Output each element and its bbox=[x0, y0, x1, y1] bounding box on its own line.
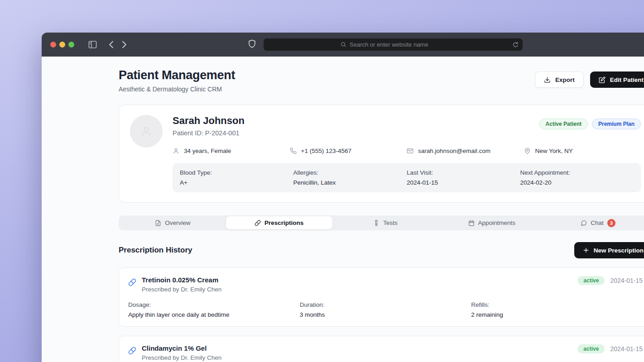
patient-contact-row: 34 years, Female +1 (555) 123-4567 bbox=[173, 148, 641, 154]
patient-id: Patient ID: P-2024-001 bbox=[173, 129, 245, 137]
page-header: Patient Management Aesthetic & Dermatolo… bbox=[119, 68, 644, 93]
download-icon bbox=[544, 76, 551, 83]
tab-overview[interactable]: Overview bbox=[120, 216, 226, 229]
prescription-date: 2024-01-15 bbox=[610, 277, 643, 284]
privacy-shield-icon[interactable] bbox=[249, 39, 255, 50]
edit-patient-button[interactable]: Edit Patient bbox=[590, 71, 644, 88]
pill-icon bbox=[128, 347, 136, 361]
patient-location: New York, NY bbox=[524, 148, 641, 154]
browser-window: Patient Management Aesthetic & Dermatolo… bbox=[42, 33, 644, 362]
page-title: Patient Management bbox=[119, 68, 235, 82]
prescription-name: Clindamycin 1% Gel bbox=[142, 344, 221, 352]
pill-icon bbox=[128, 278, 136, 293]
prescription-card: Clindamycin 1% Gel Prescribed by Dr. Emi… bbox=[119, 336, 644, 362]
stat-blood-type: Blood Type: A+ bbox=[180, 169, 293, 186]
browser-titlebar bbox=[42, 33, 644, 57]
patient-tabs: Overview Prescriptions Tests bbox=[119, 215, 644, 230]
mail-icon bbox=[407, 148, 413, 154]
reload-icon[interactable] bbox=[513, 42, 519, 48]
tab-chat[interactable]: Chat 3 bbox=[545, 216, 644, 229]
status-badge-premium-plan: Premium Plan bbox=[592, 119, 641, 129]
patient-name: Sarah Johnson bbox=[173, 115, 245, 127]
calendar-icon bbox=[468, 220, 475, 226]
patient-summary-card: Sarah Johnson Patient ID: P-2024-001 Act… bbox=[119, 105, 644, 203]
prescription-card: Tretinoin 0.025% Cream Prescribed by Dr.… bbox=[119, 267, 644, 327]
chat-unread-badge: 3 bbox=[607, 219, 615, 227]
search-icon bbox=[341, 42, 346, 48]
stat-allergies: Allergies: Penicillin, Latex bbox=[293, 169, 407, 186]
prescription-status-badge: active bbox=[577, 344, 605, 353]
prescription-duration: Duration: 3 months bbox=[300, 301, 471, 318]
new-prescription-button[interactable]: New Prescription bbox=[574, 242, 644, 258]
patient-stats-box: Blood Type: A+ Allergies: Penicillin, La… bbox=[173, 163, 641, 192]
edit-pencil-icon bbox=[599, 76, 606, 83]
tab-tests[interactable]: Tests bbox=[332, 216, 439, 229]
prescription-refills: Refills: 2 remaining bbox=[471, 301, 643, 318]
tab-appointments[interactable]: Appointments bbox=[438, 216, 545, 229]
page-content: Patient Management Aesthetic & Dermatolo… bbox=[42, 57, 644, 362]
back-button-icon[interactable] bbox=[109, 41, 114, 48]
window-controls bbox=[50, 42, 74, 48]
patient-phone: +1 (555) 123-4567 bbox=[290, 148, 407, 154]
person-icon bbox=[173, 148, 179, 154]
section-title-prescription-history: Prescription History bbox=[119, 246, 192, 255]
pill-icon bbox=[255, 220, 261, 226]
prescription-prescriber: Prescribed by Dr. Emily Chen bbox=[142, 354, 221, 361]
prescription-dosage: Dosage: Apply thin layer once daily at b… bbox=[128, 301, 300, 318]
prescription-prescriber: Prescribed by Dr. Emily Chen bbox=[142, 286, 221, 293]
page-subtitle: Aesthetic & Dermatology Clinic CRM bbox=[119, 86, 235, 93]
prescription-date: 2024-01-15 bbox=[610, 345, 643, 352]
search-input[interactable] bbox=[350, 41, 446, 48]
status-badge-active-patient: Active Patient bbox=[539, 119, 588, 129]
stat-last-visit: Last Visit: 2024-01-15 bbox=[407, 169, 520, 186]
close-window-button[interactable] bbox=[50, 42, 56, 48]
test-tube-icon bbox=[373, 220, 380, 226]
prescription-status-badge: active bbox=[577, 276, 605, 285]
minimize-window-button[interactable] bbox=[59, 42, 65, 48]
location-pin-icon bbox=[524, 148, 531, 154]
phone-icon bbox=[290, 148, 297, 154]
tab-prescriptions[interactable]: Prescriptions bbox=[226, 216, 332, 229]
patient-age-gender: 34 years, Female bbox=[173, 148, 290, 154]
patient-avatar bbox=[130, 115, 163, 148]
export-button[interactable]: Export bbox=[535, 71, 584, 88]
chat-bubble-icon bbox=[581, 220, 587, 226]
address-bar[interactable] bbox=[264, 38, 523, 51]
prescription-name: Tretinoin 0.025% Cream bbox=[142, 276, 221, 284]
plus-icon bbox=[583, 247, 589, 253]
patient-email: sarah.johnson@email.com bbox=[407, 148, 524, 154]
forward-button-icon[interactable] bbox=[122, 41, 127, 48]
stat-next-appointment: Next Appointment: 2024-02-20 bbox=[520, 169, 634, 186]
sidebar-toggle-icon[interactable] bbox=[88, 41, 97, 48]
zoom-window-button[interactable] bbox=[68, 42, 74, 48]
document-icon bbox=[155, 220, 161, 226]
